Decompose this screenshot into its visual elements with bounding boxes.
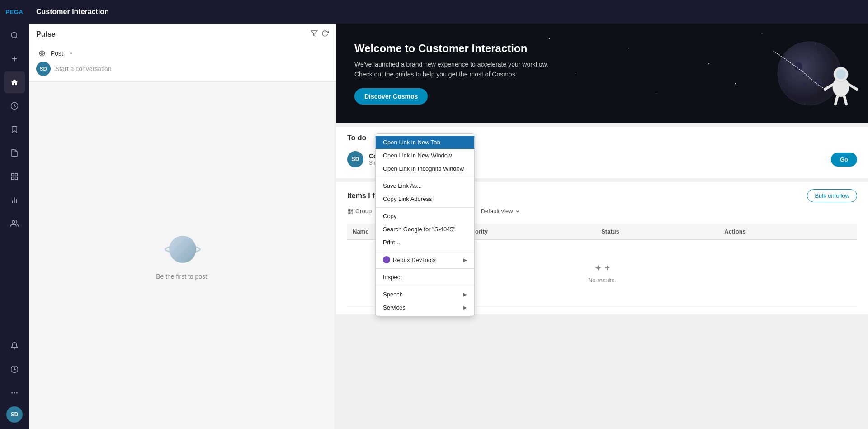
svg-point-27 <box>836 69 846 79</box>
sidebar-item-notifications[interactable] <box>4 335 25 357</box>
svg-point-15 <box>14 392 15 394</box>
svg-rect-7 <box>15 177 18 180</box>
sidebar-item-bookmarks[interactable] <box>4 119 25 140</box>
pulse-actions <box>311 30 329 39</box>
sidebar-item-more[interactable] <box>4 382 25 404</box>
svg-point-21 <box>778 42 841 105</box>
svg-rect-6 <box>15 173 18 176</box>
refresh-icon[interactable] <box>321 30 329 39</box>
context-menu-item-open-incognito[interactable]: Open Link in Incognito Window <box>376 162 474 175</box>
sidebar-item-apps[interactable] <box>4 166 25 187</box>
sidebar-item-documents[interactable] <box>4 142 25 164</box>
context-menu-item-search-google[interactable]: Search Google for "S-4045" <box>376 223 474 236</box>
context-menu-separator-2 <box>376 207 474 208</box>
sidebar-item-reports[interactable] <box>4 189 25 211</box>
speech-submenu-arrow: ▶ <box>463 292 467 297</box>
context-menu-item-save-link[interactable]: Save Link As... <box>376 179 474 192</box>
post-type-button[interactable]: Post <box>36 49 76 58</box>
context-menu-item-speech[interactable]: Speech ▶ <box>376 288 474 301</box>
context-menu-item-redux[interactable]: Redux DevTools ▶ <box>376 253 474 267</box>
default-view-button[interactable]: Default view <box>481 208 520 214</box>
avatar[interactable]: SD <box>6 406 23 423</box>
globe-icon <box>39 50 45 57</box>
app-logo: PEGA <box>0 0 29 24</box>
page-title: Customer Interaction <box>36 8 109 16</box>
svg-point-23 <box>815 79 821 86</box>
context-menu: Open Link in New Tab Open Link in New Wi… <box>375 133 475 316</box>
context-menu-item-copy[interactable]: Copy <box>376 210 474 223</box>
post-type-row: Post <box>36 49 329 58</box>
sidebar-item-history[interactable] <box>4 358 25 380</box>
banner-illustration <box>678 24 868 123</box>
svg-marker-17 <box>311 31 317 36</box>
col-status: Status <box>596 224 719 240</box>
user-avatar: SD <box>36 62 51 76</box>
sidebar-item-users[interactable] <box>4 213 25 234</box>
context-menu-separator-1 <box>376 177 474 177</box>
svg-point-22 <box>793 62 802 71</box>
svg-rect-8 <box>11 177 14 180</box>
context-menu-item-copy-link[interactable]: Copy Link Address <box>376 192 474 205</box>
svg-point-12 <box>12 220 15 223</box>
context-menu-item-print[interactable]: Print... <box>376 236 474 249</box>
svg-rect-33 <box>351 209 353 210</box>
post-input-row: SD Start a conversation <box>36 62 329 76</box>
pulse-header: Pulse <box>29 24 336 43</box>
context-menu-item-inspect[interactable]: Inspect <box>376 271 474 284</box>
svg-rect-35 <box>348 212 350 214</box>
logo-text: PEGA <box>6 9 24 15</box>
col-actions: Actions <box>719 224 857 240</box>
top-bar: Customer Interaction <box>29 0 868 24</box>
context-menu-separator-4 <box>376 268 474 269</box>
sidebar: PEGA SD <box>0 0 29 429</box>
svg-point-14 <box>11 392 13 394</box>
post-input[interactable]: Start a conversation <box>55 65 112 72</box>
empty-message: Be the first to post! <box>156 273 209 280</box>
go-button[interactable]: Go <box>831 153 857 167</box>
welcome-banner: Welcome to Customer Interaction We've la… <box>336 24 868 123</box>
context-menu-separator-3 <box>376 251 474 251</box>
context-menu-item-services[interactable]: Services ▶ <box>376 301 474 314</box>
svg-point-0 <box>11 32 17 38</box>
filter-icon[interactable] <box>311 30 318 39</box>
pulse-title: Pulse <box>36 30 56 38</box>
sidebar-bottom: SD <box>4 334 25 429</box>
todo-avatar: SD <box>347 151 363 167</box>
context-menu-separator-5 <box>376 286 474 286</box>
col-priority: Priority <box>462 224 596 240</box>
post-type-label: Post <box>51 50 63 57</box>
svg-point-16 <box>16 392 18 394</box>
svg-rect-5 <box>11 173 14 176</box>
svg-rect-32 <box>348 209 350 210</box>
sidebar-item-create[interactable] <box>4 48 25 70</box>
context-menu-item-open-new-tab[interactable]: Open Link in New Tab <box>376 136 474 149</box>
sidebar-item-updates[interactable] <box>4 95 25 117</box>
sidebar-item-home[interactable] <box>4 72 25 93</box>
svg-line-1 <box>16 37 17 38</box>
svg-point-24 <box>803 83 807 86</box>
svg-rect-34 <box>351 212 353 214</box>
svg-line-31 <box>844 97 846 104</box>
pulse-empty-state: Be the first to post! <box>29 82 336 429</box>
sidebar-item-search[interactable] <box>4 24 25 46</box>
svg-line-29 <box>849 85 857 89</box>
redux-submenu-arrow: ▶ <box>463 257 467 262</box>
bulk-unfollow-button[interactable]: Bulk unfollow <box>807 189 857 202</box>
pulse-panel: Pulse Post <box>29 24 336 429</box>
services-submenu-arrow: ▶ <box>463 305 467 310</box>
default-view-label: Default view <box>481 208 513 214</box>
context-menu-item-open-new-window[interactable]: Open Link in New Window <box>376 149 474 162</box>
svg-line-30 <box>835 97 837 104</box>
group-button[interactable]: Group <box>347 208 372 214</box>
redux-icon <box>383 256 390 263</box>
post-area: Post SD Start a conversation <box>29 43 336 82</box>
group-label: Group <box>355 208 372 214</box>
planet-icon <box>165 231 201 267</box>
